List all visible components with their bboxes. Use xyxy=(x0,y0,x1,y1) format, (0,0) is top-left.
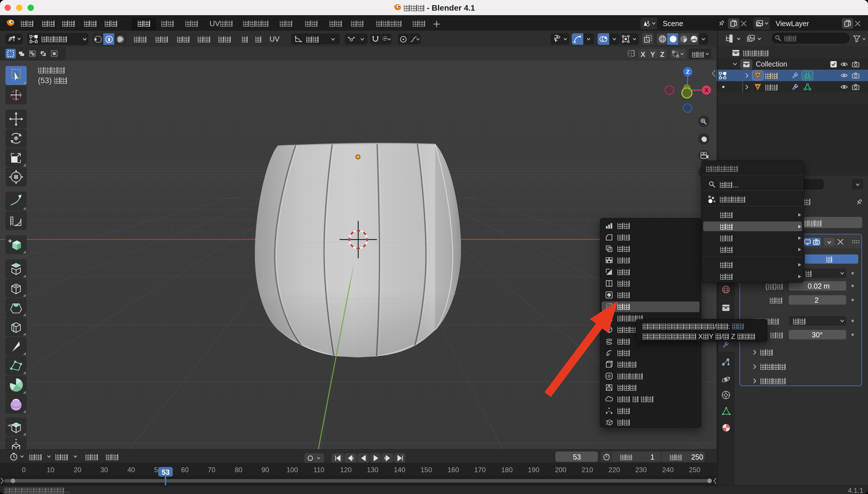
svg-text:Z: Z xyxy=(686,69,689,75)
svg-text:X: X xyxy=(705,87,708,93)
